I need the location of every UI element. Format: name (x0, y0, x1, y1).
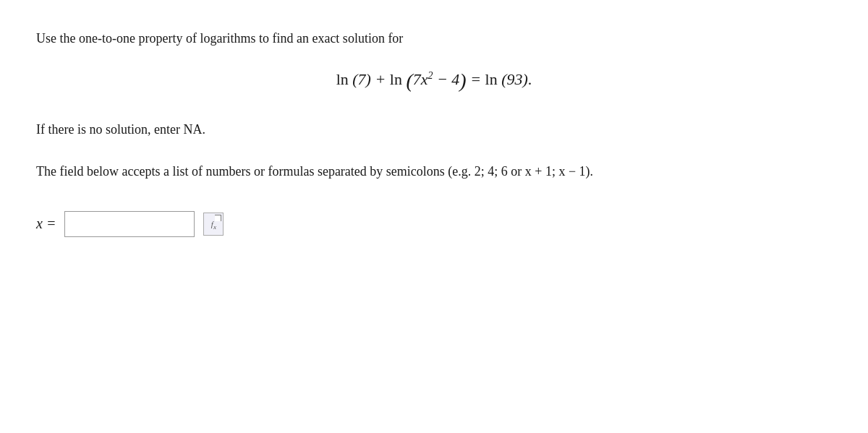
answer-input[interactable] (64, 211, 195, 237)
answer-row: x = fx (36, 211, 832, 237)
formula-icon-label: fx (211, 220, 216, 231)
equation-math: ln (7) + ln (7x2 − 4) = ln (93). (336, 70, 532, 91)
no-solution-text: If there is no solution, enter NA. (36, 120, 832, 140)
field-instructions-text: The field below accepts a list of number… (36, 161, 832, 182)
formula-icon-button[interactable]: fx (203, 213, 224, 236)
answer-label: x = (36, 215, 56, 232)
equation-display: ln (7) + ln (7x2 − 4) = ln (93). (36, 70, 832, 91)
problem-container: Use the one-to-one property of logarithm… (36, 29, 832, 237)
instruction-text: Use the one-to-one property of logarithm… (36, 29, 832, 48)
